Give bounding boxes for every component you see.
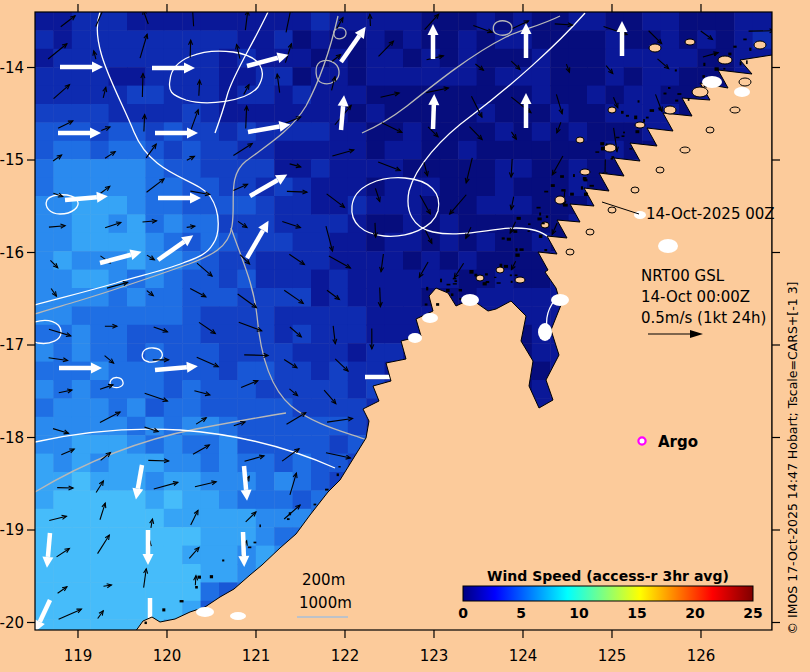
svg-text:5: 5 (516, 605, 526, 621)
model-label: NRT00 GSL (641, 267, 725, 285)
svg-text:20: 20 (685, 605, 705, 621)
svg-text:124: 124 (509, 647, 538, 665)
svg-text:15: 15 (627, 605, 646, 621)
svg-text:-18: -18 (0, 429, 24, 447)
svg-text:25: 25 (743, 605, 762, 621)
date-label: 14-Oct-2025 00Z (646, 205, 775, 223)
svg-text:-20: -20 (0, 614, 24, 632)
svg-text:-17: -17 (0, 336, 24, 354)
depth-200m-label: 200m (302, 571, 345, 589)
colorbar-title: Wind Speed (access-r 3hr avg) (487, 568, 729, 584)
copyright-vertical-text: © IMOS 17-Oct-2025 14:47 Hobart; Tscale=… (785, 282, 800, 635)
svg-text:126: 126 (687, 647, 716, 665)
svg-text:-15: -15 (0, 151, 24, 169)
svg-text:0: 0 (458, 605, 468, 621)
svg-text:-19: -19 (0, 521, 24, 539)
ocean-forecast-map-figure: 119120121122123124125126-14-15-16-17-18-… (0, 0, 810, 672)
svg-text:-16: -16 (0, 244, 24, 262)
depth-1000m-label: 1000m (299, 594, 352, 612)
svg-text:123: 123 (420, 647, 449, 665)
argo-float-marker (638, 437, 645, 444)
svg-text:119: 119 (64, 647, 93, 665)
argo-label: Argo (658, 433, 698, 451)
svg-text:-14: -14 (0, 59, 24, 77)
svg-text:125: 125 (598, 647, 627, 665)
svg-text:10: 10 (569, 605, 589, 621)
map-canvas: 119120121122123124125126-14-15-16-17-18-… (0, 0, 810, 672)
model-date-label: 14-Oct 00:00Z (641, 288, 750, 306)
scale-label: 0.5m/s (1kt 24h) (641, 309, 766, 327)
colorbar-gradient-bar (463, 586, 753, 601)
svg-text:120: 120 (153, 647, 182, 665)
svg-text:122: 122 (331, 647, 360, 665)
svg-text:121: 121 (242, 647, 271, 665)
